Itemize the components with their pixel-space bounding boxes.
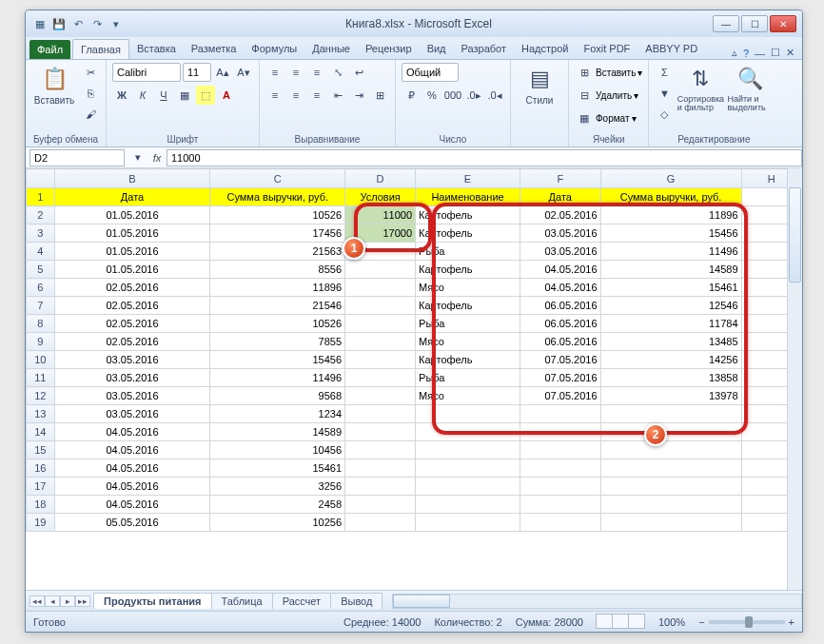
save-icon[interactable]: 💾 (50, 15, 68, 32)
cell[interactable]: 14589 (600, 261, 741, 279)
cell[interactable] (345, 333, 416, 351)
row-header[interactable]: 5 (27, 261, 55, 279)
qat-dropdown-icon[interactable]: ▾ (108, 15, 125, 32)
table-row[interactable]: 1203.05.20169568Мясо07.05.201613978 (27, 387, 802, 405)
sheet-tab[interactable]: Таблица (211, 593, 273, 609)
zoom-out-icon[interactable]: − (698, 616, 704, 628)
sheet-tab[interactable]: Рассчет (272, 593, 332, 609)
copy-icon[interactable]: ⎘ (81, 84, 100, 103)
cell[interactable]: 14589 (210, 423, 345, 441)
cell[interactable] (416, 405, 520, 423)
name-box[interactable]: D2 (29, 149, 125, 166)
cell[interactable] (600, 423, 741, 441)
row-header[interactable]: 12 (27, 387, 55, 405)
table-row[interactable]: 1604.05.201615461 (27, 459, 802, 478)
view-buttons[interactable] (597, 614, 645, 631)
row-header[interactable]: 2 (27, 206, 55, 224)
table-row[interactable]: 501.05.20168556Картофель04.05.201614589 (27, 261, 802, 279)
cell[interactable]: 04.05.2016 (54, 423, 210, 441)
cell[interactable]: 2458 (210, 496, 345, 514)
row-header[interactable]: 11 (27, 369, 55, 387)
cell[interactable]: 3256 (210, 478, 345, 496)
cell[interactable]: Картофель (416, 261, 520, 279)
cell[interactable]: 11896 (600, 206, 741, 224)
cell[interactable]: Сумма выручки, руб. (210, 188, 345, 206)
insert-cells-button[interactable]: ⊞Вставить▾ (575, 63, 642, 82)
tab-формулы[interactable]: Формулы (244, 39, 304, 59)
cell[interactable]: Сумма выручки, руб. (600, 188, 741, 206)
tab-рецензир[interactable]: Рецензир (358, 39, 420, 59)
number-format-select[interactable]: Общий (402, 63, 459, 82)
cell[interactable]: 02.05.2016 (54, 279, 210, 297)
cell[interactable]: 13858 (600, 369, 741, 387)
scrollbar-thumb[interactable] (789, 187, 801, 283)
format-painter-icon[interactable]: 🖌 (81, 105, 100, 124)
cell[interactable]: 8556 (210, 261, 345, 279)
cell[interactable]: 15456 (600, 224, 741, 243)
cell[interactable] (345, 243, 416, 261)
cell[interactable] (600, 478, 741, 496)
cell[interactable]: 13485 (600, 333, 741, 351)
fx-icon[interactable]: fx (147, 152, 167, 164)
font-size-select[interactable]: 11 (183, 63, 211, 82)
cell[interactable] (416, 423, 520, 441)
row-header[interactable]: 4 (27, 243, 55, 261)
cell[interactable] (520, 459, 600, 478)
fill-icon[interactable]: ▼ (655, 84, 674, 103)
cell[interactable]: Рыба (416, 243, 520, 261)
cell[interactable] (345, 514, 416, 532)
row-header[interactable]: 14 (27, 423, 55, 441)
decrease-font-icon[interactable]: A▾ (234, 63, 253, 82)
cell[interactable] (345, 405, 416, 423)
cell[interactable]: 03.05.2016 (54, 405, 210, 423)
row-header[interactable]: 6 (27, 279, 55, 297)
bold-icon[interactable]: Ж (112, 86, 131, 105)
vertical-scrollbar[interactable] (787, 168, 802, 590)
cell[interactable]: 11496 (600, 243, 741, 261)
table-row[interactable]: 602.05.201611896Мясо04.05.201615461 (27, 279, 802, 297)
cell[interactable]: Наименование (416, 188, 520, 206)
cell[interactable] (345, 459, 416, 478)
doc-max-icon[interactable]: ☐ (771, 47, 780, 59)
hscroll-thumb[interactable] (393, 595, 450, 608)
formula-input[interactable]: 11000 (167, 149, 802, 166)
cell[interactable]: 07.05.2016 (520, 387, 600, 405)
table-header-row[interactable]: 1ДатаСумма выручки, руб.УсловияНаименова… (27, 188, 802, 206)
cell[interactable] (520, 478, 600, 496)
cell[interactable] (345, 369, 416, 387)
delete-cells-button[interactable]: ⊟Удалить▾ (575, 86, 638, 105)
col-header-B[interactable]: B (54, 169, 210, 188)
cell[interactable]: 02.05.2016 (520, 206, 600, 224)
cell[interactable]: 03.05.2016 (520, 243, 600, 261)
cell[interactable] (345, 441, 416, 459)
cell[interactable] (345, 297, 416, 315)
cell[interactable]: 05.05.2016 (54, 514, 210, 532)
cell[interactable]: 12546 (600, 297, 741, 315)
cell[interactable]: 11784 (600, 315, 741, 333)
cell[interactable] (520, 441, 600, 459)
cell[interactable] (520, 405, 600, 423)
cell[interactable] (345, 478, 416, 496)
cell[interactable]: Мясо (416, 279, 520, 297)
cell[interactable]: 06.05.2016 (520, 333, 600, 351)
ribbon-minimize-icon[interactable]: ▵ (732, 47, 737, 59)
paste-button[interactable]: 📋 Вставить (31, 63, 77, 106)
cell[interactable]: 21563 (210, 243, 345, 261)
cell[interactable]: 9568 (210, 387, 345, 405)
cell[interactable]: 1234 (210, 405, 345, 423)
cell[interactable]: Картофель (416, 351, 520, 369)
tab-file[interactable]: Файл (29, 40, 70, 59)
cell[interactable]: 03.05.2016 (54, 387, 210, 405)
cell[interactable] (600, 514, 741, 532)
cell[interactable] (520, 423, 600, 441)
table-row[interactable]: 1704.05.20163256 (27, 478, 802, 496)
cell[interactable] (345, 315, 416, 333)
cell[interactable]: Картофель (416, 297, 520, 315)
cell[interactable] (416, 459, 520, 478)
clear-icon[interactable]: ◇ (655, 105, 674, 124)
cell[interactable] (416, 514, 520, 532)
wrap-text-icon[interactable]: ↩ (349, 63, 368, 82)
tab-надстрой[interactable]: Надстрой (514, 39, 576, 59)
comma-icon[interactable]: 000 (443, 86, 462, 105)
maximize-button[interactable]: ☐ (741, 15, 768, 32)
